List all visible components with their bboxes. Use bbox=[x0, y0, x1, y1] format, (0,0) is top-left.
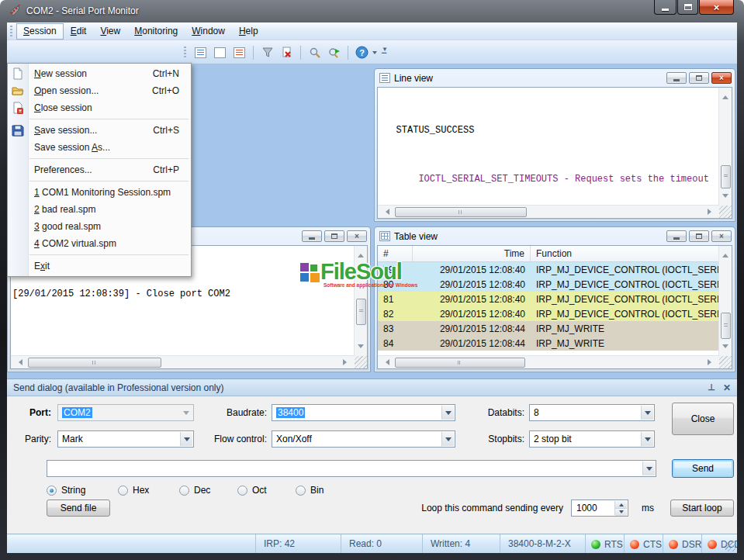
delete-document-icon[interactable] bbox=[278, 43, 296, 61]
status-bar: IRP: 42 Read: 0 Written: 4 38400-8-M-2-X… bbox=[7, 534, 737, 553]
menu-item-recent-1[interactable]: 1 COM1 Monitoring Session.spm bbox=[8, 184, 191, 201]
close-button[interactable]: × bbox=[711, 72, 732, 84]
maximize-button[interactable] bbox=[677, 0, 698, 15]
menu-item-save-session[interactable]: Save session... Ctrl+S bbox=[8, 122, 191, 139]
dcd-led-icon bbox=[708, 540, 717, 549]
menu-item-preferences[interactable]: Preferences... Ctrl+P bbox=[8, 161, 191, 178]
resize-grip[interactable] bbox=[719, 206, 732, 218]
menu-item-recent-2[interactable]: 2 bad real.spm bbox=[8, 201, 191, 218]
table-row[interactable]: 7929/01/2015 12:08:40IRP_MJ_DEVICE_CONTR… bbox=[378, 262, 732, 277]
app-window: COM2 - Serial Port Monitor × Session Edi… bbox=[0, 0, 744, 560]
radio-oct[interactable]: Oct bbox=[237, 485, 267, 496]
menu-window[interactable]: Window bbox=[185, 23, 232, 40]
search-icon[interactable] bbox=[306, 43, 324, 61]
dump-view-icon[interactable] bbox=[211, 43, 229, 61]
loop-label: Loop this command sending every bbox=[395, 500, 563, 517]
resize-grip[interactable] bbox=[719, 356, 732, 368]
restore-button[interactable] bbox=[689, 72, 709, 84]
close-panel-icon[interactable]: ✕ bbox=[723, 382, 731, 393]
menu-item-exit[interactable]: Exit bbox=[8, 258, 191, 275]
send-dialog-title: Send dialog (available in Professional v… bbox=[13, 382, 224, 393]
rts-led-icon bbox=[591, 540, 600, 549]
menu-help[interactable]: Help bbox=[232, 23, 265, 40]
session-menu-popup: New session Ctrl+N Open session... Ctrl+… bbox=[7, 63, 192, 277]
filesoul-watermark: FileSoul Software and applications for W… bbox=[300, 260, 417, 294]
minimize-button[interactable] bbox=[654, 0, 677, 15]
menu-item-recent-3[interactable]: 3 good real.spm bbox=[8, 218, 191, 235]
send-button[interactable]: Send bbox=[672, 459, 734, 478]
new-session-icon bbox=[12, 67, 24, 80]
send-dialog-panel: Send dialog (available in Professional v… bbox=[7, 379, 737, 534]
start-loop-button[interactable]: Start loop bbox=[670, 500, 734, 517]
radio-string[interactable]: String bbox=[47, 485, 85, 496]
close-button[interactable]: Close bbox=[672, 403, 734, 435]
signal-rts: RTS bbox=[585, 534, 624, 553]
toolbar-grip[interactable] bbox=[184, 47, 186, 59]
status-read: Read: 0 bbox=[341, 534, 422, 553]
command-input-combo[interactable] bbox=[47, 460, 656, 477]
table-view-content: # Time Function 7929/01/2015 12:08:40IRP… bbox=[377, 245, 732, 369]
horizontal-scrollbar[interactable] bbox=[11, 355, 355, 368]
menu-item-recent-4[interactable]: 4 COM2 virtual.spm bbox=[8, 235, 191, 252]
table-view-window-icon bbox=[379, 231, 390, 241]
menu-item-save-session-as[interactable]: Save session As... bbox=[8, 139, 191, 156]
table-view-icon[interactable] bbox=[230, 43, 248, 61]
menu-item-close-session[interactable]: Close session bbox=[8, 99, 191, 116]
status-port-config: 38400-8-M-2-X bbox=[500, 534, 585, 553]
save-session-icon bbox=[12, 124, 24, 137]
radio-bin[interactable]: Bin bbox=[296, 485, 324, 496]
databits-combo[interactable]: 8 bbox=[529, 404, 655, 421]
cts-led-icon bbox=[630, 540, 639, 549]
minimize-button[interactable] bbox=[666, 72, 687, 84]
menu-separator bbox=[29, 158, 189, 159]
menu-separator bbox=[29, 254, 189, 255]
table-view-titlebar[interactable]: Table view × bbox=[375, 227, 735, 244]
table-row[interactable]: 8329/01/2015 12:08:44IRP_MJ_WRITE bbox=[378, 321, 732, 336]
help-dropdown-caret[interactable] bbox=[372, 51, 377, 57]
horizontal-scrollbar[interactable] bbox=[378, 355, 719, 368]
loop-interval-stepper[interactable]: 1000 bbox=[571, 500, 628, 517]
pin-icon[interactable]: ⊥ bbox=[708, 382, 715, 392]
baudrate-combo[interactable]: 38400 bbox=[272, 404, 455, 421]
vertical-scrollbar[interactable] bbox=[718, 88, 732, 206]
menu-session[interactable]: Session bbox=[16, 23, 64, 40]
status-irp: IRP: 42 bbox=[255, 534, 341, 553]
table-header[interactable]: # Time Function bbox=[378, 246, 732, 262]
radio-hex[interactable]: Hex bbox=[118, 485, 149, 496]
menu-monitoring[interactable]: Monitoring bbox=[127, 23, 185, 40]
close-button[interactable]: × bbox=[347, 230, 367, 242]
titlebar[interactable]: COM2 - Serial Port Monitor × bbox=[0, 0, 744, 22]
line-view-titlebar[interactable]: Line view × bbox=[375, 69, 735, 85]
menu-edit[interactable]: Edit bbox=[64, 23, 94, 40]
line-view-icon[interactable] bbox=[192, 43, 209, 61]
restore-button[interactable] bbox=[689, 230, 709, 242]
radio-dec[interactable]: Dec bbox=[179, 485, 210, 496]
search-next-icon[interactable] bbox=[325, 43, 343, 61]
close-button[interactable]: × bbox=[711, 230, 732, 242]
help-icon[interactable]: ? bbox=[353, 43, 371, 61]
table-row[interactable]: 8429/01/2015 12:08:44IRP_MJ_WRITE bbox=[378, 336, 732, 351]
toolbar-overflow-icon[interactable]: ▼▔ bbox=[382, 46, 387, 60]
close-button[interactable]: × bbox=[699, 0, 734, 15]
parity-combo[interactable]: Mark bbox=[57, 430, 194, 448]
stopbits-combo[interactable]: 2 stop bit bbox=[529, 430, 655, 448]
table-row[interactable]: 8229/01/2015 12:08:40IRP_MJ_DEVICE_CONTR… bbox=[378, 306, 732, 321]
menu-view[interactable]: View bbox=[93, 23, 127, 40]
port-combo[interactable]: COM2 bbox=[57, 404, 194, 421]
window-resize-grip[interactable] bbox=[725, 541, 735, 551]
table-row[interactable]: 8129/01/2015 12:08:40IRP_MJ_DEVICE_CONTR… bbox=[378, 292, 732, 306]
signal-dsr: DSR bbox=[663, 534, 701, 553]
minimize-button[interactable] bbox=[302, 230, 322, 242]
resize-grip[interactable] bbox=[355, 356, 367, 368]
vertical-scrollbar[interactable] bbox=[718, 246, 732, 356]
send-file-button[interactable]: Send file bbox=[47, 500, 110, 517]
menu-item-new-session[interactable]: New session Ctrl+N bbox=[8, 65, 191, 82]
flow-control-combo[interactable]: Xon/Xoff bbox=[272, 430, 455, 448]
restore-button[interactable] bbox=[324, 230, 344, 242]
svg-text:?: ? bbox=[359, 48, 365, 57]
filter-icon[interactable] bbox=[258, 43, 276, 61]
menu-item-open-session[interactable]: Open session... Ctrl+O bbox=[8, 82, 191, 99]
table-row[interactable]: 8029/01/2015 12:08:40IRP_MJ_DEVICE_CONTR… bbox=[378, 277, 732, 292]
horizontal-scrollbar[interactable] bbox=[378, 205, 719, 218]
minimize-button[interactable] bbox=[666, 230, 687, 242]
